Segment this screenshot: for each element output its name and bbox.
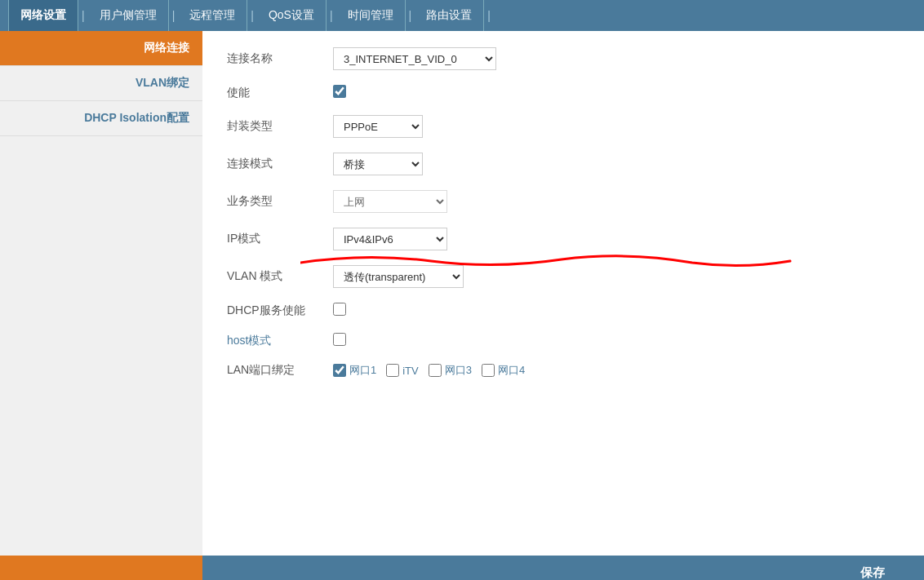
host-mode-checkbox[interactable] <box>333 333 346 346</box>
lan-port-4-label[interactable]: 网口4 <box>498 363 525 378</box>
enable-row: 使能 <box>227 85 900 100</box>
enable-control <box>333 85 594 100</box>
lan-port-4: 网口4 <box>482 363 525 378</box>
connect-mode-row: 连接模式 桥接 <box>227 153 900 175</box>
nav-item-remote[interactable]: 远程管理 <box>178 0 247 31</box>
vlan-mode-row: VLAN 模式 透传(transparent) <box>227 265 900 288</box>
lan-port-1: 网口1 <box>333 363 376 378</box>
ip-mode-label: IP模式 <box>227 232 333 246</box>
host-mode-control <box>333 333 594 348</box>
nav-item-route[interactable]: 路由设置 <box>415 0 484 31</box>
encap-type-label: 封装类型 <box>227 119 333 134</box>
host-mode-label: host模式 <box>227 334 333 348</box>
enable-checkbox[interactable] <box>333 85 346 98</box>
connection-name-control: 3_INTERNET_B_VID_0 <box>333 47 594 70</box>
encap-type-row: 封装类型 PPPoE <box>227 115 900 138</box>
nav-item-user[interactable]: 用户侧管理 <box>88 0 169 31</box>
lan-port-1-label[interactable]: 网口1 <box>349 363 376 378</box>
service-type-control: 上网 <box>333 190 594 213</box>
connection-name-label: 连接名称 <box>227 51 333 66</box>
lan-port-3: 网口3 <box>429 363 472 378</box>
vlan-mode-control: 透传(transparent) <box>333 265 594 288</box>
nav-item-time[interactable]: 时间管理 <box>336 0 406 31</box>
lan-port-itv: iTV <box>386 364 419 377</box>
connect-mode-label: 连接模式 <box>227 157 333 171</box>
lan-binding-label: LAN端口绑定 <box>227 363 333 378</box>
dhcp-enable-control <box>333 303 594 318</box>
content-area: 连接名称 3_INTERNET_B_VID_0 使能 封装类型 PPPoE <box>202 31 924 556</box>
connection-name-select[interactable]: 3_INTERNET_B_VID_0 <box>333 47 496 70</box>
dhcp-enable-label: DHCP服务使能 <box>227 303 333 318</box>
connect-mode-select[interactable]: 桥接 <box>333 153 423 175</box>
host-mode-row: host模式 <box>227 333 900 348</box>
connect-mode-control: 桥接 <box>333 153 594 175</box>
ip-mode-row: IP模式 IPv4&IPv6 <box>227 228 900 250</box>
save-button[interactable]: 保存 <box>854 564 891 580</box>
lan-port-1-checkbox[interactable] <box>333 364 346 377</box>
encap-type-select[interactable]: PPPoE <box>333 115 423 138</box>
lan-port-3-label[interactable]: 网口3 <box>445 363 472 378</box>
lan-binding-row: LAN端口绑定 网口1 iTV 网口3 网口4 <box>227 363 900 378</box>
lan-ports-container: 网口1 iTV 网口3 网口4 <box>333 363 594 378</box>
bottom-section: 保存 删除 <box>0 556 924 580</box>
sidebar-item-dhcp-isolation[interactable]: DHCP Isolation配置 <box>0 101 202 136</box>
nav-item-qos[interactable]: QoS设置 <box>257 0 327 31</box>
vlan-mode-select[interactable]: 透传(transparent) <box>333 265 464 288</box>
service-type-row: 业务类型 上网 <box>227 190 900 213</box>
lan-port-itv-label[interactable]: iTV <box>402 365 419 377</box>
bottom-bar: 保存 删除 <box>202 556 924 580</box>
service-type-select[interactable]: 上网 <box>333 190 447 213</box>
dhcp-enable-row: DHCP服务使能 <box>227 303 900 318</box>
lan-port-itv-checkbox[interactable] <box>386 364 399 377</box>
sidebar-item-network[interactable]: 网络连接 <box>0 31 202 66</box>
ip-mode-select[interactable]: IPv4&IPv6 <box>333 228 447 250</box>
lan-port-4-checkbox[interactable] <box>482 364 495 377</box>
nav-item-network[interactable]: 网络设置 <box>8 0 78 31</box>
top-navigation: 网络设置 | 用户侧管理 | 远程管理 | QoS设置 | 时间管理 | 路由设… <box>0 0 924 31</box>
connection-name-row: 连接名称 3_INTERNET_B_VID_0 <box>227 47 900 70</box>
service-type-label: 业务类型 <box>227 194 333 209</box>
bottom-bar-left <box>0 556 202 580</box>
dhcp-enable-checkbox[interactable] <box>333 303 346 316</box>
sidebar-item-vlan[interactable]: VLAN绑定 <box>0 66 202 101</box>
ip-mode-control: IPv4&IPv6 <box>333 228 594 250</box>
encap-type-control: PPPoE <box>333 115 594 138</box>
vlan-mode-label: VLAN 模式 <box>227 269 333 284</box>
enable-label: 使能 <box>227 86 333 100</box>
sidebar: 网络连接 VLAN绑定 DHCP Isolation配置 <box>0 31 202 556</box>
main-layout: 网络连接 VLAN绑定 DHCP Isolation配置 连接名称 3_INTE… <box>0 31 924 556</box>
lan-port-3-checkbox[interactable] <box>429 364 442 377</box>
